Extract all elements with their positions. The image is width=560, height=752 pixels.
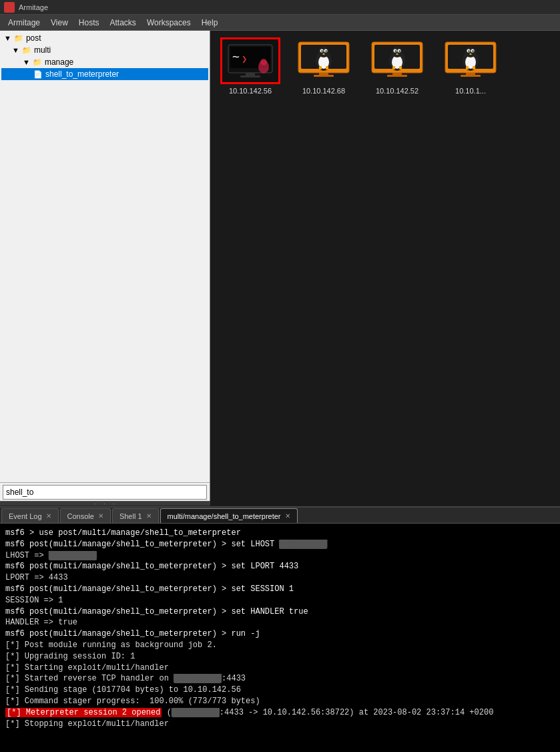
svg-point-30 — [398, 50, 400, 51]
menu-hosts[interactable]: Hosts — [73, 17, 105, 29]
right-panel: ~ ❯ 10.10.142.56 — [210, 31, 560, 501]
term-line-16: [*] Command stager progress: 100.00% (77… — [5, 696, 555, 707]
tree-label-post: post — [26, 33, 41, 43]
splitter-dots: · · · — [93, 501, 116, 507]
term-line-8: msf6 post(multi/manage/shell_to_meterpre… — [5, 606, 555, 618]
main-layout: ▼ 📁 post ▼ 📁 multi ▼ 📁 manage 📄 shell_to… — [0, 31, 560, 501]
tree-label-manage: manage — [45, 57, 73, 67]
svg-point-29 — [394, 50, 396, 51]
svg-rect-21 — [314, 75, 334, 77]
session-ip-blurred: ██████████ — [172, 708, 220, 717]
svg-point-15 — [321, 50, 322, 51]
menu-view[interactable]: View — [45, 17, 73, 29]
meterpreter-opened-highlight: [*] Meterpreter session 2 opened — [5, 708, 162, 717]
host-label-2: 10.10.142.52 — [376, 87, 418, 95]
svg-point-26 — [392, 47, 402, 57]
svg-point-40 — [465, 47, 476, 57]
term-line-4: msf6 post(multi/manage/shell_to_meterpre… — [5, 561, 555, 572]
menu-help[interactable]: Help — [196, 17, 224, 29]
tab-event-log[interactable]: Event Log ✕ — [1, 508, 59, 523]
host-icon-2 — [367, 37, 427, 84]
hosts-area: ~ ❯ 10.10.142.56 — [210, 31, 560, 102]
term-line-13: [*] Starting exploit/multi/handler — [5, 663, 555, 674]
svg-rect-33 — [399, 66, 402, 69]
term-line-5: LPORT => 4433 — [5, 572, 555, 584]
host-label-3: 10.10.1... — [455, 87, 486, 95]
term-line-17: [*] Meterpreter session 2 opened (██████… — [5, 707, 555, 719]
tab-console-label: Console — [67, 512, 94, 520]
tab-console[interactable]: Console ✕ — [60, 508, 111, 523]
tux-monitor-svg-2 — [370, 41, 424, 81]
terminal-area: Event Log ✕ Console ✕ Shell 1 ✕ multi/ma… — [0, 506, 560, 752]
svg-rect-19 — [326, 66, 328, 69]
term-line-3: LHOST => ██████████ — [5, 550, 555, 562]
tab-console-close[interactable]: ✕ — [98, 512, 103, 520]
tree-item-manage[interactable]: ▼ 📁 manage — [1, 56, 208, 68]
term-line-11: [*] Post module running as background jo… — [5, 640, 555, 651]
host-item-3[interactable]: 10.10.1... — [437, 37, 504, 95]
hacked-monitor-svg: ~ ❯ — [227, 43, 274, 78]
svg-rect-32 — [392, 66, 395, 69]
collapse-icon-manage: ▼ — [23, 58, 30, 66]
term-line-7: SESSION => 1 — [5, 595, 555, 606]
collapse-icon: ▼ — [4, 34, 11, 42]
folder-icon-manage: 📁 — [33, 58, 42, 67]
tab-event-log-close[interactable]: ✕ — [46, 512, 51, 520]
term-line-12: [*] Upgrading session ID: 1 — [5, 651, 555, 663]
term-line-9: HANDLER => true — [5, 617, 555, 628]
svg-rect-49 — [461, 75, 481, 77]
folder-icon-multi: 📁 — [22, 46, 31, 55]
tree-item-multi[interactable]: ▼ 📁 multi — [1, 44, 208, 56]
host-item-1[interactable]: 10.10.142.68 — [290, 37, 357, 95]
svg-point-44 — [472, 50, 473, 51]
host-icon-1 — [294, 37, 354, 84]
tree-item-post[interactable]: ▼ 📁 post — [1, 32, 208, 44]
tree-label-shell: shell_to_meterpreter — [45, 69, 119, 79]
file-icon-shell: 📄 — [33, 70, 43, 79]
svg-point-12 — [318, 47, 329, 57]
collapse-icon-multi: ▼ — [12, 46, 19, 54]
svg-point-16 — [325, 50, 326, 51]
menu-armitage[interactable]: Armitage — [3, 17, 45, 29]
svg-point-43 — [468, 50, 469, 51]
menubar: Armitage View Hosts Attacks Workspaces H… — [0, 15, 560, 31]
lhost-blurred: ██████████ — [279, 540, 327, 549]
menu-attacks[interactable]: Attacks — [105, 17, 142, 29]
term-line-18: [*] Stopping exploit/multi/handler — [5, 719, 555, 730]
host-item-2[interactable]: 10.10.142.52 — [364, 37, 431, 95]
term-line-1: msf6 > use post/multi/manage/shell_to_me… — [5, 528, 555, 539]
term-line-10: msf6 post(multi/manage/shell_to_meterpre… — [5, 628, 555, 640]
handler-ip-blurred: ██████████ — [174, 674, 222, 683]
host-icon-3 — [441, 37, 501, 84]
svg-point-7 — [260, 59, 267, 65]
tab-shell-to-meterpreter-close[interactable]: ✕ — [285, 512, 290, 520]
svg-rect-47 — [473, 66, 475, 69]
tree-item-shell-to-meterpreter[interactable]: 📄 shell_to_meterpreter — [1, 68, 208, 80]
tux-monitor-svg-3 — [444, 41, 497, 81]
tab-shell1-close[interactable]: ✕ — [146, 512, 152, 520]
lhost-value-blurred: ██████████ — [49, 551, 97, 560]
term-line-6: msf6 post(multi/manage/shell_to_meterpre… — [5, 584, 555, 595]
splitter[interactable]: · · · — [0, 501, 210, 506]
svg-rect-18 — [319, 66, 322, 69]
search-input[interactable] — [3, 485, 207, 500]
tab-shell1[interactable]: Shell 1 ✕ — [112, 508, 159, 523]
tree-area: ▼ 📁 post ▼ 📁 multi ▼ 📁 manage 📄 shell_to… — [0, 31, 210, 482]
host-label-0: 10.10.142.56 — [229, 87, 272, 95]
svg-text:~: ~ — [232, 49, 240, 63]
tree-label-multi: multi — [34, 45, 51, 55]
term-line-2: msf6 post(multi/manage/shell_to_meterpre… — [5, 539, 555, 550]
left-panel: ▼ 📁 post ▼ 📁 multi ▼ 📁 manage 📄 shell_to… — [0, 31, 210, 501]
term-line-14: [*] Started reverse TCP handler on █████… — [5, 673, 555, 685]
tab-shell-to-meterpreter-label: multi/manage/shell_to_meterpreter — [168, 512, 281, 520]
term-line-15: [*] Sending stage (1017704 bytes) to 10.… — [5, 685, 555, 696]
search-bar — [0, 482, 210, 501]
svg-rect-35 — [387, 75, 407, 77]
host-icon-hacked: ~ ❯ — [220, 37, 280, 84]
host-item-0[interactable]: ~ ❯ 10.10.142.56 — [217, 37, 284, 95]
menu-workspaces[interactable]: Workspaces — [142, 17, 196, 29]
title-text: Armitage — [19, 3, 48, 11]
terminal-content[interactable]: msf6 > use post/multi/manage/shell_to_me… — [0, 524, 560, 752]
tux-monitor-svg-1 — [297, 41, 350, 81]
tab-shell-to-meterpreter[interactable]: multi/manage/shell_to_meterpreter ✕ — [160, 508, 298, 523]
